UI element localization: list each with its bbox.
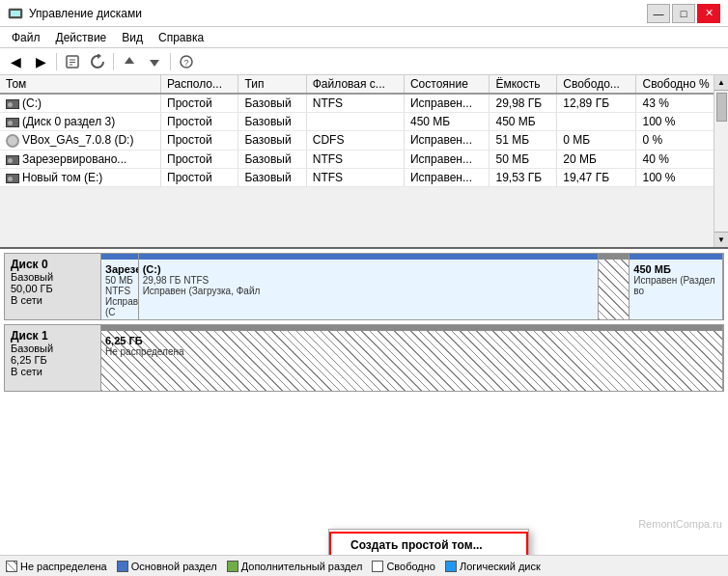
disk-rows: Диск 0 Базовый 50,00 ГБ В сетиЗарезервир… (4, 253, 724, 392)
cell-kind: Базовый (238, 150, 306, 168)
disk-view: Диск 0 Базовый 50,00 ГБ В сетиЗарезервир… (0, 249, 728, 555)
properties-button[interactable] (61, 51, 84, 72)
partition-name: (C:) (143, 263, 595, 275)
scroll-down-arrow[interactable]: ▼ (714, 232, 729, 247)
table-row[interactable]: (Диск 0 раздел 3)ПростойБазовый450 МБ450… (0, 113, 728, 131)
svg-marker-7 (150, 60, 159, 67)
cell-location: Простой (161, 150, 238, 168)
cell-volume-name: (Диск 0 раздел 3) (0, 113, 161, 131)
cell-status: Исправен... (404, 168, 490, 186)
svg-text:?: ? (183, 58, 188, 68)
table-scrollbar[interactable]: ▲ ▼ (714, 75, 728, 247)
col-header-type[interactable]: Тип (238, 75, 306, 94)
col-header-free[interactable]: Свободо... (557, 75, 636, 94)
disk-size: 50,00 ГБ (11, 283, 95, 294)
partition-color-bar (599, 254, 629, 260)
legend-label: Логический диск (460, 561, 541, 572)
partition-info: Не распределена (105, 346, 718, 357)
forward-button[interactable]: ▶ (29, 51, 52, 72)
col-header-volume[interactable]: Том (0, 75, 161, 94)
toolbar: ◀ ▶ ? (0, 48, 728, 75)
partition-info: 29,98 ГБ NTFSИсправен (Загрузка, Файл (143, 275, 595, 296)
cell-free: 0 МБ (557, 131, 636, 151)
volumes-table: Том Располо... Тип Файловая с... Состоян… (0, 75, 728, 187)
col-header-location[interactable]: Располо... (161, 75, 238, 94)
legend-item: Основной раздел (117, 561, 217, 572)
col-header-capacity[interactable]: Ёмкость (490, 75, 557, 94)
disk-partition[interactable] (599, 254, 630, 319)
cell-kind: Базовый (238, 168, 306, 186)
cell-volume-name: VBox_GAs_7.0.8 (D:) (0, 131, 161, 151)
disk-partition[interactable]: 6,25 ГБНе распределена (101, 325, 723, 391)
up-button[interactable] (118, 51, 141, 72)
close-button[interactable]: ✕ (697, 4, 720, 23)
partition-color-bar (101, 254, 138, 260)
partition-content: Зарезервир50 МБ NTFSИсправен (С (105, 263, 134, 317)
col-header-fs[interactable]: Файловая с... (306, 75, 404, 94)
legend-color-box (372, 561, 383, 572)
col-header-status[interactable]: Состояние (404, 75, 490, 94)
cell-location: Простой (161, 131, 238, 151)
legend-item: Логический диск (445, 561, 541, 572)
maximize-button[interactable]: □ (672, 4, 695, 23)
partition-content: 6,25 ГБНе распределена (105, 335, 718, 357)
legend-label: Дополнительный раздел (241, 561, 363, 572)
help-button[interactable]: ? (175, 51, 198, 72)
main-content: Том Располо... Тип Файловая с... Состоян… (0, 75, 728, 576)
watermark: RemontCompa.ru (638, 518, 722, 530)
partition-color-bar (139, 254, 599, 260)
cell-status: Исправен... (404, 131, 490, 151)
disk-type: Базовый (11, 271, 95, 283)
disk-label-disk1: Диск 1 Базовый 6,25 ГБ В сети (5, 325, 101, 391)
window-title: Управление дисками (29, 7, 647, 20)
partition-color-bar (630, 254, 722, 260)
cell-status: 450 МБ (404, 113, 490, 131)
disk-size: 6,25 ГБ (11, 354, 95, 366)
cell-fs: NTFS (306, 94, 404, 113)
cell-kind: Базовый (238, 113, 306, 131)
toolbar-separator-2 (113, 53, 114, 70)
legend-label: Свободно (386, 561, 435, 572)
table-row[interactable]: Новый том (E:)ПростойБазовыйNTFSИсправен… (0, 168, 728, 186)
disk-partition[interactable]: Зарезервир50 МБ NTFSИсправен (С (101, 254, 139, 319)
cell-free (557, 113, 636, 131)
disk-partition[interactable]: 450 МБИсправен (Раздел во (630, 254, 723, 319)
partition-content: 450 МБИсправен (Раздел во (633, 263, 718, 296)
cell-capacity: 19,53 ГБ (490, 168, 557, 186)
scroll-up-arrow[interactable]: ▲ (714, 75, 729, 91)
cell-capacity: 29,98 ГБ (490, 94, 557, 113)
table-row[interactable]: VBox_GAs_7.0.8 (D:)ПростойБазовыйCDFSИсп… (0, 131, 728, 151)
back-button[interactable]: ◀ (4, 51, 27, 72)
disk-partitions-disk0: Зарезервир50 МБ NTFSИсправен (С(C:)29,98… (101, 254, 723, 319)
menu-help[interactable]: Справка (151, 29, 211, 46)
cell-volume-name: (C:) (0, 94, 161, 113)
legend-label: Не распределена (20, 561, 107, 572)
cell-free: 12,89 ГБ (557, 94, 636, 113)
table-row[interactable]: Зарезервировано...ПростойБазовыйNTFSИспр… (0, 150, 728, 168)
down-button[interactable] (143, 51, 166, 72)
svg-marker-6 (125, 57, 134, 64)
table-row[interactable]: (C:)ПростойБазовыйNTFSИсправен...29,98 Г… (0, 94, 728, 113)
minimize-button[interactable]: — (647, 4, 670, 23)
legend-color-box (6, 561, 17, 572)
window-controls: — □ ✕ (647, 4, 720, 23)
scroll-track (714, 91, 728, 232)
legend-color-box (445, 561, 457, 572)
partition-name: 6,25 ГБ (105, 335, 718, 346)
cell-volume-name: Новый том (E:) (0, 168, 161, 186)
menu-action[interactable]: Действие (48, 29, 115, 46)
context-menu-item[interactable]: Создать простой том... (329, 532, 528, 555)
disk-partition[interactable]: (C:)29,98 ГБ NTFSИсправен (Загрузка, Фай… (139, 254, 600, 319)
disk-name: Диск 1 (11, 329, 95, 343)
scroll-thumb[interactable] (716, 93, 727, 122)
menu-view[interactable]: Вид (114, 29, 151, 46)
legend-item: Свободно (372, 561, 435, 572)
legend-color-box (227, 561, 238, 572)
menu-file[interactable]: Файл (4, 29, 48, 46)
cell-fs: CDFS (306, 131, 404, 151)
toolbar-separator-1 (56, 53, 57, 70)
refresh-button[interactable] (86, 51, 109, 72)
disk-partitions-disk1: 6,25 ГБНе распределена (101, 325, 723, 391)
disk-row-disk0: Диск 0 Базовый 50,00 ГБ В сетиЗарезервир… (4, 253, 724, 320)
volumes-table-container[interactable]: Том Располо... Тип Файловая с... Состоян… (0, 75, 728, 249)
